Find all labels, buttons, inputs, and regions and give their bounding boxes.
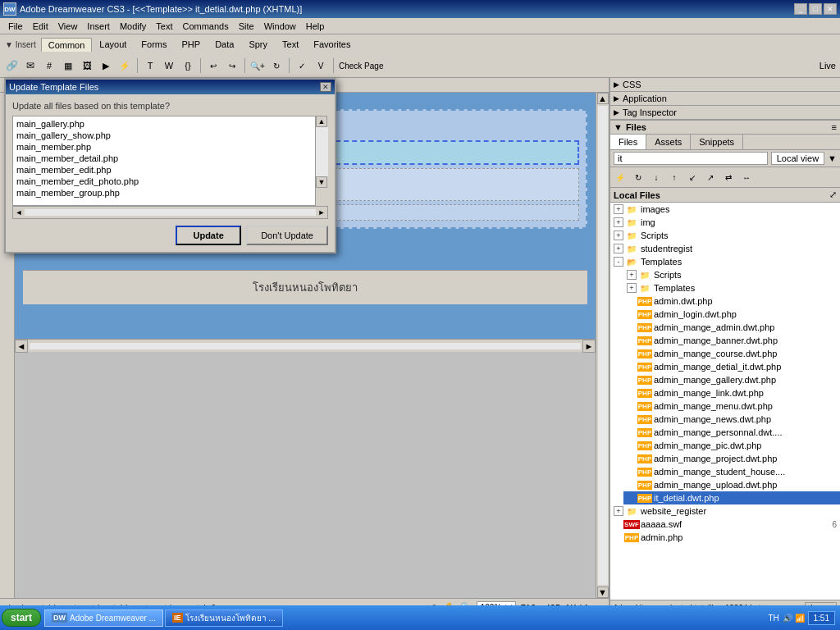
update-template-dialog: Update Template Files ✕ Update all files… bbox=[4, 78, 336, 253]
file-list-item[interactable]: main_gallery.php bbox=[15, 118, 326, 130]
update-button[interactable]: Update bbox=[176, 226, 241, 245]
taskbar-item-ie[interactable]: IE โรงเรียนหนองโพทิตยา ... bbox=[165, 609, 283, 627]
taskbar: start DW Adobe Dreamweaver ... IE โรงเรี… bbox=[0, 605, 840, 630]
system-tray: 🔊 📶 bbox=[783, 614, 805, 623]
taskbar-right: TH 🔊 📶 1:51 bbox=[768, 611, 838, 625]
list-h-scrollbar[interactable]: ◄ ► bbox=[12, 206, 328, 219]
language-indicator: TH bbox=[768, 614, 778, 623]
file-list-item[interactable]: main_member.php bbox=[15, 141, 326, 153]
taskbar-item-dreamweaver[interactable]: DW Adobe Dreamweaver ... bbox=[44, 609, 163, 627]
taskbar-ie-label: โรงเรียนหนองโพทิตยา ... bbox=[185, 612, 276, 624]
dw-taskbar-icon: DW bbox=[52, 613, 67, 623]
taskbar-dw-label: Adobe Dreamweaver ... bbox=[70, 614, 156, 623]
file-list-item[interactable]: main_member_edit.php bbox=[15, 164, 326, 176]
taskbar-items: DW Adobe Dreamweaver ... IE โรงเรียนหนอง… bbox=[44, 609, 768, 627]
list-scrollbar[interactable]: ▲ ▼ bbox=[315, 116, 328, 206]
modal-close-button[interactable]: ✕ bbox=[320, 82, 331, 92]
file-list-item[interactable]: main_member_edit_photo.php bbox=[15, 176, 326, 187]
modal-file-list[interactable]: main_gallery.php main_gallery_show.php m… bbox=[12, 116, 328, 206]
modal-overlay: Update Template Files ✕ Update all files… bbox=[0, 0, 840, 630]
modal-title: Update Template Files bbox=[9, 82, 98, 92]
file-list-item[interactable]: main_member_group.php bbox=[15, 187, 326, 199]
modal-content: Update all files based on this template?… bbox=[6, 94, 335, 252]
modal-titlebar: Update Template Files ✕ bbox=[6, 80, 335, 94]
start-button[interactable]: start bbox=[2, 609, 41, 627]
clock: 1:51 bbox=[808, 611, 835, 625]
modal-question: Update all files based on this template? bbox=[12, 101, 328, 111]
file-list-item[interactable]: main_gallery_show.php bbox=[15, 130, 326, 141]
modal-buttons: Update Don't Update bbox=[12, 226, 328, 245]
file-list-item[interactable]: main_member_detail.php bbox=[15, 153, 326, 164]
ie-taskbar-icon: IE bbox=[172, 613, 183, 623]
file-list-container: main_gallery.php main_gallery_show.php m… bbox=[12, 116, 328, 206]
dont-update-button[interactable]: Don't Update bbox=[246, 226, 328, 245]
